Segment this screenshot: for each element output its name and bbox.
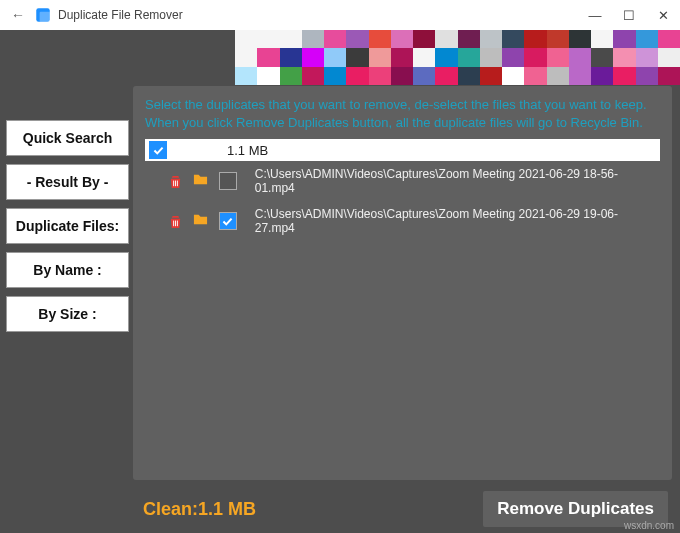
- trash-icon[interactable]: [167, 174, 185, 189]
- file-path: C:\Users\ADMIN\Videos\Captures\Zoom Meet…: [255, 207, 656, 235]
- folder-icon[interactable]: [193, 212, 211, 231]
- results-panel: Select the duplicates that you want to r…: [133, 86, 672, 480]
- by-name-button[interactable]: By Name :: [6, 252, 129, 288]
- group-size-label: 1.1 MB: [227, 143, 268, 158]
- group-checkbox[interactable]: [149, 141, 167, 159]
- minimize-button[interactable]: —: [578, 0, 612, 30]
- clean-size-label: Clean:1.1 MB: [143, 499, 256, 520]
- footer: Clean:1.1 MB Remove Duplicates: [133, 485, 672, 527]
- app-title: Duplicate File Remover: [58, 8, 183, 22]
- folder-icon[interactable]: [193, 172, 211, 191]
- file-row[interactable]: C:\Users\ADMIN\Videos\Captures\Zoom Meet…: [145, 201, 660, 241]
- app-icon: [34, 6, 52, 24]
- svg-rect-1: [40, 12, 50, 22]
- sidebar: Quick Search - Result By - Duplicate Fil…: [6, 120, 129, 340]
- instructions-text: Select the duplicates that you want to r…: [145, 96, 660, 131]
- maximize-button[interactable]: ☐: [612, 0, 646, 30]
- titlebar: ← Duplicate File Remover — ☐ ✕: [0, 0, 680, 30]
- duplicate-files-button[interactable]: Duplicate Files:: [6, 208, 129, 244]
- header-mosaic: [235, 30, 680, 85]
- file-list: C:\Users\ADMIN\Videos\Captures\Zoom Meet…: [145, 161, 660, 241]
- file-checkbox[interactable]: [219, 212, 237, 230]
- result-by-button[interactable]: - Result By -: [6, 164, 129, 200]
- file-checkbox[interactable]: [219, 172, 237, 190]
- group-header[interactable]: 1.1 MB: [145, 139, 660, 161]
- back-icon[interactable]: ←: [8, 7, 28, 23]
- file-path: C:\Users\ADMIN\Videos\Captures\Zoom Meet…: [255, 167, 656, 195]
- close-button[interactable]: ✕: [646, 0, 680, 30]
- trash-icon[interactable]: [167, 214, 185, 229]
- file-row[interactable]: C:\Users\ADMIN\Videos\Captures\Zoom Meet…: [145, 161, 660, 201]
- quick-search-button[interactable]: Quick Search: [6, 120, 129, 156]
- by-size-button[interactable]: By Size :: [6, 296, 129, 332]
- watermark: wsxdn.com: [624, 520, 674, 531]
